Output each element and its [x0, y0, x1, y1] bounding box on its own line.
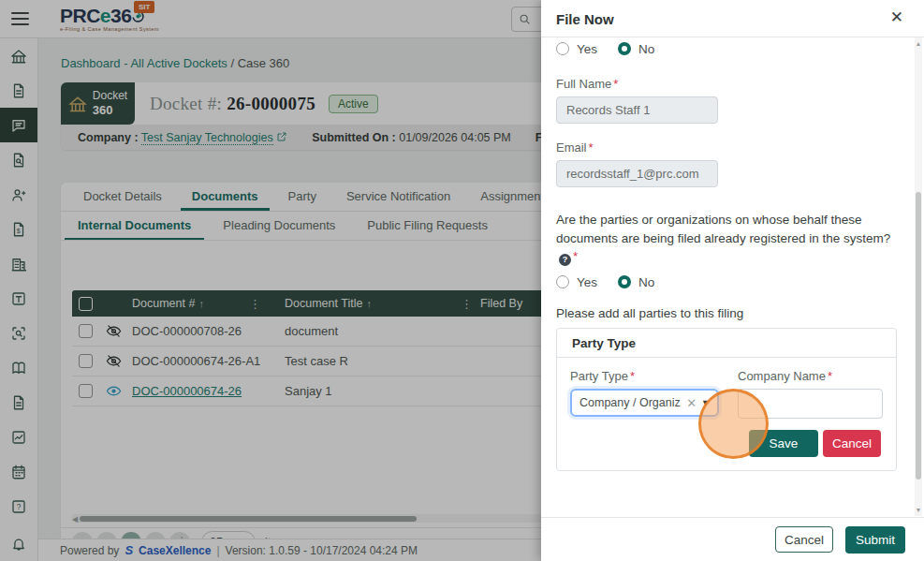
- company-name-field-group: Company Name*: [738, 369, 883, 419]
- party-type-box-title: Party Type: [557, 329, 896, 358]
- full-name-field[interactable]: [556, 96, 718, 124]
- radio-no-selected[interactable]: [618, 275, 631, 288]
- add-parties-note: Please add all parties to this filing: [556, 306, 898, 320]
- registered-self-radio-group: Yes No: [556, 40, 898, 57]
- close-icon[interactable]: ✕: [890, 9, 903, 25]
- party-type-select[interactable]: Company / Organiz... ✕ ▼: [570, 389, 719, 417]
- radio-no-label: No: [638, 42, 654, 56]
- required-asterisk: *: [630, 369, 635, 383]
- chevron-down-icon[interactable]: ▼: [701, 398, 710, 407]
- radio-no-label: No: [638, 275, 654, 289]
- panel-body: Yes No Full Name* Email* Are the parties…: [541, 37, 913, 517]
- file-now-panel: File Now ✕ Yes No Full Name* Email* Are …: [541, 0, 924, 561]
- registered-question: Are the parties or organizations on whos…: [556, 211, 904, 266]
- panel-scrollbar[interactable]: ▲ ▼: [915, 37, 922, 516]
- panel-scroll-thumb[interactable]: [916, 192, 921, 480]
- email-field[interactable]: [556, 160, 718, 187]
- radio-yes[interactable]: [556, 42, 569, 55]
- clear-selection-icon[interactable]: ✕: [686, 396, 697, 410]
- full-name-label: Full Name*: [556, 77, 898, 91]
- required-asterisk: *: [613, 77, 618, 91]
- party-type-label: Party Type*: [570, 369, 719, 383]
- required-asterisk: *: [828, 369, 832, 383]
- panel-footer: Cancel Submit: [541, 517, 924, 561]
- save-button[interactable]: Save: [749, 430, 818, 457]
- party-type-value: Company / Organiz...: [579, 396, 682, 409]
- cancel-button[interactable]: Cancel: [775, 526, 833, 553]
- panel-title: File Now: [556, 11, 614, 27]
- radio-yes[interactable]: [556, 275, 569, 288]
- app-window: PRCe36 e-Filing & Case Management System…: [0, 0, 924, 561]
- party-cancel-button[interactable]: Cancel: [823, 430, 881, 457]
- company-name-label: Company Name*: [738, 369, 883, 383]
- required-asterisk: *: [589, 140, 594, 155]
- help-icon[interactable]: ?: [559, 254, 571, 266]
- radio-no-selected[interactable]: [618, 42, 631, 55]
- email-label: Email*: [556, 140, 898, 155]
- party-type-box: Party Type Party Type* Company / Organiz…: [556, 328, 897, 471]
- party-type-field-group: Party Type* Company / Organiz... ✕ ▼: [570, 369, 719, 419]
- scroll-up-arrow-icon[interactable]: ▲: [915, 40, 922, 47]
- required-asterisk: *: [573, 249, 578, 263]
- submit-button[interactable]: Submit: [845, 526, 905, 554]
- radio-yes-label: Yes: [577, 42, 597, 56]
- panel-header: File Now ✕: [541, 0, 924, 37]
- registered-parties-radio-group: Yes No: [556, 273, 898, 290]
- radio-yes-label: Yes: [577, 275, 597, 289]
- company-name-field[interactable]: [738, 389, 883, 419]
- scroll-down-arrow-icon[interactable]: ▼: [915, 507, 922, 513]
